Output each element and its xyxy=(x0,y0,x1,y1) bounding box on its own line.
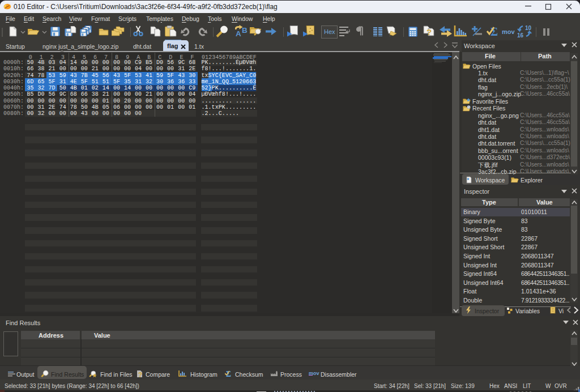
svg-text:A: A xyxy=(236,29,241,37)
svg-text:16: 16 xyxy=(517,32,524,38)
svg-text:B: B xyxy=(242,26,248,35)
svg-text:Σ: Σ xyxy=(226,370,231,378)
svg-text:?: ? xyxy=(138,371,142,378)
svg-text:10: 10 xyxy=(525,25,532,31)
svg-text:?: ? xyxy=(427,27,432,37)
